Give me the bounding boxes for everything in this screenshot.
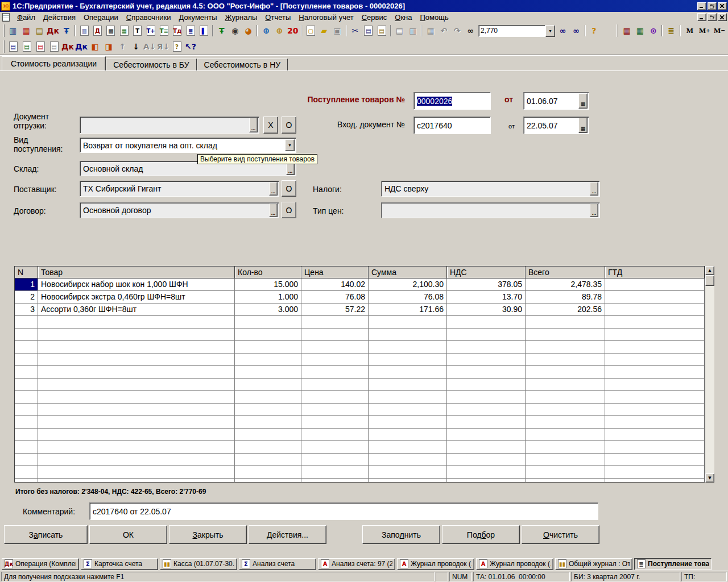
cell[interactable] bbox=[38, 391, 235, 404]
cell[interactable]: 378.05 bbox=[447, 278, 526, 291]
menu-Сервис[interactable]: Сервис bbox=[358, 13, 391, 22]
scroll-down-button[interactable]: ▼ bbox=[705, 473, 714, 483]
contract-ellipsis-button[interactable]: ... bbox=[269, 203, 278, 217]
fill-button[interactable]: Заполнить bbox=[362, 525, 440, 544]
cell[interactable]: Новосибирск набор шок кон 1,000 ШФН bbox=[38, 278, 235, 291]
cell[interactable] bbox=[369, 329, 447, 341]
close-button[interactable]: Закрыть bbox=[169, 525, 247, 544]
taxes-field[interactable]: НДС сверху ... bbox=[381, 181, 600, 197]
cell[interactable] bbox=[235, 341, 301, 354]
table-scrollbar[interactable]: ▲ ▼ bbox=[705, 266, 714, 483]
cell[interactable] bbox=[605, 354, 705, 366]
cell[interactable]: 3 bbox=[15, 304, 38, 316]
cell[interactable] bbox=[526, 404, 605, 416]
incoming-date-calendar-button[interactable]: ▦ bbox=[578, 118, 588, 133]
scroll-track[interactable] bbox=[705, 286, 714, 473]
cell[interactable] bbox=[235, 316, 301, 329]
find-prev-icon[interactable]: ∞ bbox=[569, 24, 582, 38]
cell[interactable]: 202.56 bbox=[526, 304, 605, 316]
references-icon[interactable]: ▤ bbox=[33, 24, 46, 38]
column-header-Цена[interactable]: Цена bbox=[301, 267, 369, 278]
price-type-ellipsis-button[interactable]: ... bbox=[590, 203, 598, 217]
menu-Документы[interactable]: Документы bbox=[175, 13, 221, 22]
cell[interactable] bbox=[15, 366, 38, 379]
cell[interactable] bbox=[235, 441, 301, 454]
table-empty-row[interactable] bbox=[15, 429, 705, 441]
insert-row-icon[interactable]: ▤ bbox=[6, 40, 20, 53]
cell[interactable] bbox=[369, 416, 447, 429]
menu-Файл[interactable]: Файл bbox=[13, 13, 39, 22]
menu-Справочники[interactable]: Справочники bbox=[122, 13, 175, 22]
cell[interactable] bbox=[605, 416, 705, 429]
copy-row-icon[interactable]: ▤ bbox=[20, 40, 34, 53]
column-header-ГТД[interactable]: ГТД bbox=[605, 267, 705, 278]
shipping-doc-ellipsis-button[interactable]: ... bbox=[249, 118, 258, 132]
move-down-icon[interactable]: ↓ bbox=[129, 40, 143, 53]
cell[interactable] bbox=[38, 479, 235, 483]
close-button[interactable] bbox=[718, 2, 727, 10]
new-doc-icon[interactable]: ▢ bbox=[304, 24, 317, 38]
cell[interactable] bbox=[605, 429, 705, 441]
doc-grid-icon[interactable]: ▦ bbox=[118, 24, 131, 38]
constants-icon[interactable]: ▦ bbox=[19, 24, 32, 38]
cell[interactable] bbox=[301, 329, 369, 341]
cell[interactable] bbox=[369, 466, 447, 479]
globe-icon[interactable]: ⊕ bbox=[259, 24, 272, 38]
help-topic-icon[interactable]: ? bbox=[170, 40, 184, 53]
comment-field[interactable]: с2017640 от 22.05.07 bbox=[89, 502, 598, 520]
cell[interactable] bbox=[369, 454, 447, 466]
cell[interactable] bbox=[526, 454, 605, 466]
cell[interactable] bbox=[605, 466, 705, 479]
cell[interactable] bbox=[15, 379, 38, 391]
menu-Окна[interactable]: Окна bbox=[391, 13, 416, 22]
toolbar-grip[interactable] bbox=[3, 24, 5, 37]
dk-accounts-icon[interactable]: Дк bbox=[61, 40, 75, 53]
cell[interactable] bbox=[369, 379, 447, 391]
doc-text-edit-icon[interactable]: Тд bbox=[171, 24, 184, 38]
menu-Журналы[interactable]: Журналы bbox=[221, 13, 262, 22]
pick-button[interactable]: Подбор bbox=[442, 525, 520, 544]
cell[interactable]: 13.70 bbox=[447, 291, 526, 304]
doc-number-field[interactable]: 00002026 bbox=[413, 92, 491, 110]
cell[interactable] bbox=[369, 429, 447, 441]
supplier-field[interactable]: ТХ Сибирский Гигант ... bbox=[80, 181, 279, 197]
cell[interactable] bbox=[15, 404, 38, 416]
doc-journal-icon[interactable]: ▥ bbox=[77, 24, 90, 38]
shipping-doc-open-button[interactable]: О bbox=[282, 117, 296, 134]
cell[interactable] bbox=[38, 429, 235, 441]
table-lookup-icon[interactable]: ⊙ bbox=[647, 24, 660, 38]
cell[interactable] bbox=[235, 379, 301, 391]
cell[interactable] bbox=[301, 404, 369, 416]
table-empty-row[interactable] bbox=[15, 379, 705, 391]
shipping-doc-clear-button[interactable]: X bbox=[263, 117, 278, 134]
cell[interactable] bbox=[301, 429, 369, 441]
clear-table-button[interactable]: Очистить bbox=[522, 525, 599, 544]
cut-icon[interactable]: ✂ bbox=[349, 24, 362, 38]
cell[interactable] bbox=[605, 316, 705, 329]
column-header-Товар[interactable]: Товар bbox=[38, 267, 235, 278]
incoming-date-field[interactable]: 22.05.07 ▦ bbox=[523, 117, 589, 134]
cell[interactable] bbox=[38, 466, 235, 479]
cell[interactable] bbox=[38, 316, 235, 329]
cell[interactable] bbox=[38, 366, 235, 379]
minimize-button[interactable] bbox=[697, 2, 706, 10]
restore-button[interactable] bbox=[708, 2, 717, 10]
cell[interactable] bbox=[447, 329, 526, 341]
cell[interactable] bbox=[235, 354, 301, 366]
row-move-in-icon[interactable]: ◧ bbox=[88, 40, 102, 53]
scroll-thumb[interactable] bbox=[705, 275, 714, 286]
cell[interactable] bbox=[235, 404, 301, 416]
column-header-НДС[interactable]: НДС bbox=[447, 267, 526, 278]
description-book-icon[interactable]: ≣ bbox=[664, 24, 677, 38]
memory-button[interactable]: M bbox=[682, 24, 697, 37]
column-header-Кол-во[interactable]: Кол-во bbox=[235, 267, 301, 278]
doc-text-icon[interactable]: Т bbox=[131, 24, 144, 38]
cell[interactable] bbox=[15, 316, 38, 329]
cell[interactable] bbox=[526, 479, 605, 483]
cell[interactable] bbox=[526, 329, 605, 341]
color-wheel-icon[interactable]: ◕ bbox=[242, 24, 255, 38]
mdi-restore-button[interactable] bbox=[708, 13, 717, 21]
memory-minus-button[interactable]: M− bbox=[712, 24, 727, 37]
cell[interactable] bbox=[605, 391, 705, 404]
supplier-open-button[interactable]: О bbox=[282, 180, 296, 197]
